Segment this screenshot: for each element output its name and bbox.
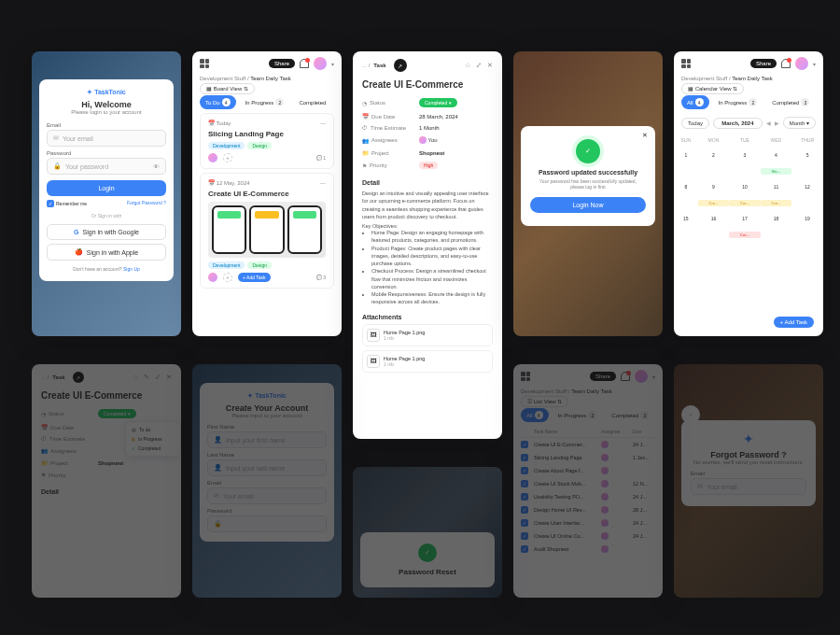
attachment-item[interactable]: 🖼 Home Page 1.png1 mb bbox=[362, 324, 493, 346]
share-button[interactable]: Share bbox=[750, 59, 777, 68]
login-now-button[interactable]: Login Now bbox=[530, 197, 646, 213]
view-switcher[interactable]: ☰ List View ⇅ bbox=[521, 396, 568, 407]
table-row[interactable]: Create User Interfac...24 J... bbox=[521, 516, 655, 529]
email-input[interactable]: ✉Your email bbox=[47, 130, 166, 147]
project-value[interactable]: Shopnest bbox=[419, 150, 444, 156]
detail-heading: Detail bbox=[362, 179, 493, 186]
chevron-down-icon[interactable]: ▾ bbox=[813, 61, 816, 67]
time-value[interactable]: 1 Month bbox=[419, 125, 440, 131]
close-icon[interactable]: ✕ bbox=[487, 62, 493, 69]
password-input[interactable]: 🔒Your password👁 bbox=[47, 158, 166, 175]
comments-icon[interactable]: 💬 1 bbox=[316, 155, 326, 161]
attachments-heading: Attachments bbox=[362, 314, 493, 320]
star-icon[interactable]: ☆ bbox=[133, 374, 138, 381]
star-icon[interactable]: ☆ bbox=[465, 62, 470, 69]
status-badge[interactable]: Completed ▾ bbox=[419, 98, 457, 107]
expand-icon[interactable]: ⤢ bbox=[476, 62, 482, 69]
password-input[interactable]: 🔒 bbox=[207, 515, 327, 532]
back-button[interactable]: ‹ bbox=[681, 405, 700, 424]
add-task-button[interactable]: + Add Task bbox=[774, 317, 814, 328]
duedate-value[interactable]: 28 March, 2024 bbox=[419, 114, 458, 120]
more-icon[interactable]: ⋯ bbox=[320, 179, 326, 186]
expand-icon[interactable]: ⤢ bbox=[155, 374, 161, 381]
period-picker[interactable]: Month ▾ bbox=[783, 117, 816, 129]
add-assignee-icon[interactable]: + bbox=[223, 273, 232, 282]
attachment-item[interactable]: 🖼 Home Page 1.png1 mb bbox=[362, 350, 493, 373]
tab-completed[interactable]: Completed bbox=[293, 97, 331, 108]
table-row[interactable]: Create UI Online Co...24 J... bbox=[521, 529, 655, 543]
breadcrumb[interactable]: Development Stuff bbox=[681, 76, 727, 81]
share-button[interactable]: Share bbox=[269, 59, 295, 68]
table-row[interactable]: Audit Shopnest bbox=[521, 543, 655, 556]
next-month[interactable]: ▶ bbox=[775, 120, 779, 126]
apps-icon[interactable] bbox=[521, 372, 530, 381]
close-icon[interactable]: ✕ bbox=[642, 132, 648, 139]
priority-badge[interactable]: High bbox=[419, 162, 438, 169]
or-divider: Or Sign in with bbox=[47, 213, 166, 219]
email-input[interactable]: ✉Your email bbox=[691, 478, 806, 495]
task-card[interactable]: 📅 Today⋯ Slicing Landing Page Developmen… bbox=[200, 113, 334, 169]
today-button[interactable]: Today bbox=[681, 118, 709, 129]
forgot-link[interactable]: Forgot Password ? bbox=[127, 200, 166, 207]
chevron-down-icon[interactable]: ▾ bbox=[331, 61, 334, 67]
email-input[interactable]: ✉Your email bbox=[207, 487, 327, 504]
apple-signin[interactable]: 🍎Sign in with Apple bbox=[47, 244, 166, 261]
close-icon[interactable]: ✕ bbox=[166, 374, 172, 381]
menu-inprogress[interactable]: ◐In Progress bbox=[132, 434, 175, 444]
table-row[interactable]: Create UI E-Commer...24 J... bbox=[521, 438, 655, 451]
add-task-button[interactable]: + Add Task bbox=[238, 273, 271, 282]
add-assignee-icon[interactable]: + bbox=[223, 153, 232, 162]
table-row[interactable]: Create About Page f... bbox=[521, 464, 655, 477]
apps-icon[interactable] bbox=[681, 59, 691, 68]
image-icon: 🖼 bbox=[367, 355, 380, 368]
eye-icon[interactable]: 👁 bbox=[153, 163, 160, 170]
signup-prompt: Don't have an account? Sign Up bbox=[47, 266, 166, 272]
edit-icon[interactable]: ✎ bbox=[144, 374, 149, 381]
month-picker[interactable]: March, 2024 bbox=[713, 118, 763, 129]
status-menu[interactable]: ▦To do ◐In Progress ✓Completed bbox=[125, 421, 181, 457]
assignee-value[interactable]: You bbox=[419, 136, 438, 144]
remember-checkbox[interactable]: Remember me bbox=[47, 200, 87, 207]
tab-todo[interactable]: To Do4 bbox=[200, 95, 236, 109]
google-signin[interactable]: GSign in with Google bbox=[47, 224, 166, 240]
image-icon: 🖼 bbox=[367, 329, 380, 342]
comments-icon[interactable]: 💬 3 bbox=[316, 275, 326, 280]
signup-link[interactable]: Sign Up bbox=[123, 266, 140, 272]
breadcrumb[interactable]: Development Stuff bbox=[200, 76, 245, 81]
notification-icon[interactable] bbox=[621, 372, 630, 381]
objective-item: Product Pages: Create product pages with… bbox=[371, 245, 493, 268]
avatar[interactable] bbox=[314, 57, 327, 70]
apps-icon[interactable] bbox=[200, 59, 209, 68]
table-row[interactable]: Slicing Landing Page1 Jan... bbox=[521, 451, 655, 464]
prev-month[interactable]: ◀ bbox=[766, 120, 771, 126]
table-row[interactable]: Usability Testing PO...24 J... bbox=[521, 490, 655, 503]
notification-icon[interactable] bbox=[300, 59, 309, 68]
forgot-title: Forgot Password ? bbox=[691, 450, 806, 459]
password-label: Password bbox=[47, 150, 166, 156]
view-switcher[interactable]: ▦ Calendar View ⇅ bbox=[681, 83, 744, 94]
task-title: Create UI E-Commerce bbox=[208, 190, 326, 198]
table-row[interactable]: Create UI Stock Mob...12 N... bbox=[521, 477, 655, 490]
login-button[interactable]: Login bbox=[47, 180, 166, 196]
more-icon[interactable]: ⋯ bbox=[320, 120, 326, 126]
lastname-input[interactable]: 👤Input your last name bbox=[207, 459, 327, 476]
filter-all[interactable]: All4 bbox=[681, 95, 709, 109]
menu-completed[interactable]: ✓Completed bbox=[132, 444, 175, 453]
priority-label: ⚑ Priority bbox=[362, 162, 413, 169]
filter-completed[interactable]: Completed3 bbox=[766, 95, 815, 109]
success-title: Password updated successfully bbox=[530, 169, 646, 176]
page-title: Create UI E-Commerce bbox=[41, 390, 172, 401]
notification-icon[interactable] bbox=[781, 59, 791, 68]
objective-item: Mobile Responsiveness: Ensure the design… bbox=[371, 290, 493, 306]
firstname-input[interactable]: 👤Input your first name bbox=[207, 431, 327, 448]
task-card[interactable]: 📅 12 May, 2024⋯ Create UI E-Commerce Dev… bbox=[200, 173, 334, 289]
avatar[interactable] bbox=[795, 57, 808, 70]
menu-todo[interactable]: ▦To do bbox=[132, 425, 175, 434]
tab-inprogress[interactable]: In Progress2 bbox=[240, 95, 290, 109]
view-switcher[interactable]: ▦ Board View ⇅ bbox=[200, 83, 255, 94]
share-icon[interactable]: ↗ bbox=[394, 59, 407, 72]
status-dropdown[interactable]: Completed ▾ bbox=[98, 409, 136, 418]
filter-inprogress[interactable]: In Progress2 bbox=[713, 95, 763, 109]
brand-logo: ✦ TaskTonic bbox=[47, 89, 166, 96]
table-row[interactable]: Design Home UI Rev...28 J... bbox=[521, 503, 655, 516]
